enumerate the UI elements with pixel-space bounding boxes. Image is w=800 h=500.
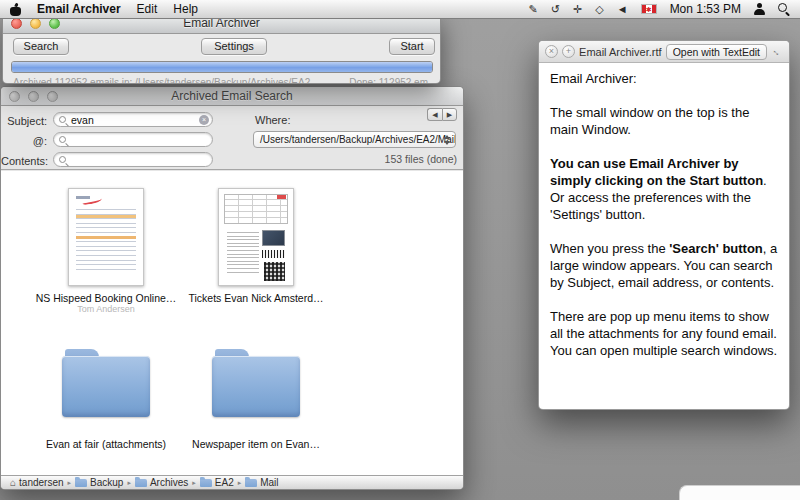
file-item-tickets[interactable]: Tickets Evan Nick Amsterd… bbox=[181, 171, 331, 317]
folder-icon bbox=[62, 349, 150, 417]
search-icon bbox=[59, 136, 68, 145]
status-text-left: Archived 112952 emails in: /Users/tander… bbox=[13, 77, 313, 84]
pathbar-label: Archives bbox=[150, 477, 188, 488]
close-icon[interactable]: × bbox=[545, 45, 558, 58]
pathbar-label: EA2 bbox=[215, 477, 234, 488]
pathbar-label: Backup bbox=[90, 477, 123, 488]
progress-fill bbox=[12, 62, 432, 72]
contents-field[interactable] bbox=[53, 152, 213, 167]
quicklook-window: × + Email Archiver.rtf Open with TextEdi… bbox=[538, 40, 790, 410]
minimize-button[interactable] bbox=[28, 91, 39, 102]
search-button[interactable]: Search bbox=[13, 38, 69, 55]
results-area: NS Hispeed Booking Online… Tom Andersen … bbox=[1, 171, 463, 475]
quicklook-title: Email Archiver.rtf bbox=[579, 46, 662, 58]
subject-field[interactable]: × bbox=[53, 112, 213, 127]
pathbar-item-ea2[interactable]: EA2 bbox=[200, 477, 234, 488]
address-label: @: bbox=[1, 135, 47, 147]
back-button[interactable]: ◀ bbox=[427, 108, 442, 121]
minimize-button[interactable] bbox=[30, 18, 41, 29]
open-with-textedit-button[interactable]: Open with TextEdit bbox=[666, 44, 767, 60]
user-switch-icon[interactable] bbox=[754, 3, 765, 15]
start-button[interactable]: Start bbox=[389, 38, 435, 55]
search-icon bbox=[59, 156, 68, 165]
document-preview: Email Archiver: The small window on the … bbox=[539, 63, 789, 359]
menu-edit[interactable]: Edit bbox=[137, 2, 158, 16]
pathbar-item-archives[interactable]: Archives bbox=[135, 477, 188, 488]
desktop[interactable]: Email Archiver Edit Help ✎ ↺ ✛ ◇ ◄ ✱ Mon… bbox=[0, 0, 800, 500]
file-item-silver-medal[interactable]: Evan Anderson Silver Medal… MARK bbox=[31, 463, 181, 475]
apple-menu-icon[interactable] bbox=[10, 3, 21, 16]
path-separator-icon: ▸ bbox=[127, 479, 131, 487]
contents-input[interactable] bbox=[71, 153, 197, 166]
airport-icon[interactable]: ◇ bbox=[595, 0, 603, 19]
search-icon bbox=[59, 116, 68, 125]
folder-item-newspaper[interactable]: Newspaper item on Evan… bbox=[181, 317, 331, 463]
folder-item-evan-at-fair[interactable]: Evan at fair (attachments) bbox=[31, 317, 181, 463]
forward-button[interactable]: ▶ bbox=[442, 108, 457, 121]
spotlight-icon[interactable] bbox=[778, 3, 790, 15]
pen-icon[interactable]: ✎ bbox=[529, 0, 538, 19]
file-item-ns-hispeed[interactable]: NS Hispeed Booking Online… Tom Andersen bbox=[31, 171, 181, 317]
folder-icon bbox=[245, 479, 257, 487]
popup-arrows-icon bbox=[444, 135, 451, 145]
close-button[interactable] bbox=[9, 91, 20, 102]
doc-paragraph: Email Archiver: bbox=[550, 70, 778, 87]
contents-label: Contents: bbox=[1, 155, 47, 167]
path-separator-icon: ▸ bbox=[192, 479, 196, 487]
path-separator-icon: ▸ bbox=[68, 479, 72, 487]
zoom-button[interactable] bbox=[49, 18, 60, 29]
pathbar-label: Mail bbox=[260, 477, 278, 488]
folder-icon bbox=[75, 479, 87, 487]
status-text-right: Done: 112952 em… bbox=[349, 77, 438, 84]
time-machine-icon[interactable]: ↺ bbox=[551, 0, 560, 19]
address-field[interactable] bbox=[53, 132, 213, 147]
menu-help[interactable]: Help bbox=[173, 2, 198, 16]
where-popup-value: /Users/tandersen/Backup/Archives/EA2/Mai… bbox=[260, 134, 456, 145]
input-language-flag-icon[interactable]: ✱ bbox=[641, 4, 657, 14]
quicklook-titlebar[interactable]: × + Email Archiver.rtf Open with TextEdi… bbox=[539, 41, 789, 63]
pathbar-item-home[interactable]: ⌂ tandersen bbox=[10, 477, 64, 488]
menu-app-name[interactable]: Email Archiver bbox=[37, 2, 121, 16]
email-archiver-window: Email Archiver Search Settings Start Arc… bbox=[2, 13, 441, 84]
doc-paragraph: When you press the 'Search' button, a la… bbox=[550, 240, 778, 291]
add-icon[interactable]: + bbox=[562, 45, 575, 58]
fullscreen-icon[interactable]: ↔ bbox=[769, 43, 786, 60]
doc-paragraph: You can use Email Archiver by simply cli… bbox=[550, 155, 778, 223]
volume-icon[interactable]: ◄ bbox=[617, 0, 628, 19]
flag-band bbox=[652, 5, 656, 13]
pathbar-item-mail[interactable]: Mail bbox=[245, 477, 278, 488]
folder-icon bbox=[200, 479, 212, 487]
subject-input[interactable] bbox=[71, 113, 197, 126]
where-label: Where: bbox=[255, 114, 290, 126]
file-label: Tickets Evan Nick Amsterd… bbox=[189, 292, 324, 304]
accessibility-icon[interactable]: ✛ bbox=[573, 0, 582, 19]
file-label: Newspaper item on Evan… bbox=[192, 438, 320, 450]
window-edge-strip bbox=[679, 485, 800, 500]
progress-bar bbox=[11, 61, 433, 73]
home-icon: ⌂ bbox=[10, 478, 16, 488]
doc-paragraph: The small window on the top is the main … bbox=[550, 104, 778, 138]
archived-email-search-window: Archived Email Search ◀ ▶ Subject: × @: … bbox=[0, 86, 464, 490]
settings-button[interactable]: Settings bbox=[201, 38, 267, 55]
folder-icon bbox=[212, 349, 300, 417]
search-window-titlebar[interactable]: Archived Email Search bbox=[1, 87, 463, 106]
subject-label: Subject: bbox=[1, 115, 47, 127]
search-window-title: Archived Email Search bbox=[171, 89, 292, 103]
back-forward-control: ◀ ▶ bbox=[427, 108, 457, 121]
folder-item-evan-and-nick[interactable]: Evan & nick (attachments) bbox=[181, 463, 331, 475]
document-thumbnail bbox=[68, 188, 144, 286]
document-thumbnail bbox=[218, 188, 294, 286]
path-bar: ⌂ tandersen ▸ Backup ▸ Archives ▸ EA2 ▸ … bbox=[1, 475, 463, 489]
close-button[interactable] bbox=[11, 18, 22, 29]
address-input[interactable] bbox=[71, 133, 197, 146]
pathbar-item-backup[interactable]: Backup bbox=[75, 477, 123, 488]
menu-bar: Email Archiver Edit Help ✎ ↺ ✛ ◇ ◄ ✱ Mon… bbox=[0, 0, 800, 19]
folder-icon bbox=[135, 479, 147, 487]
menu-clock[interactable]: Mon 1:53 PM bbox=[670, 2, 741, 16]
file-label: NS Hispeed Booking Online… bbox=[36, 292, 177, 304]
file-label: Evan at fair (attachments) bbox=[46, 438, 166, 450]
file-subtitle: Tom Andersen bbox=[77, 304, 135, 314]
where-popup[interactable]: /Users/tandersen/Backup/Archives/EA2/Mai… bbox=[253, 131, 456, 148]
zoom-button[interactable] bbox=[47, 91, 58, 102]
clear-icon[interactable]: × bbox=[199, 115, 209, 125]
